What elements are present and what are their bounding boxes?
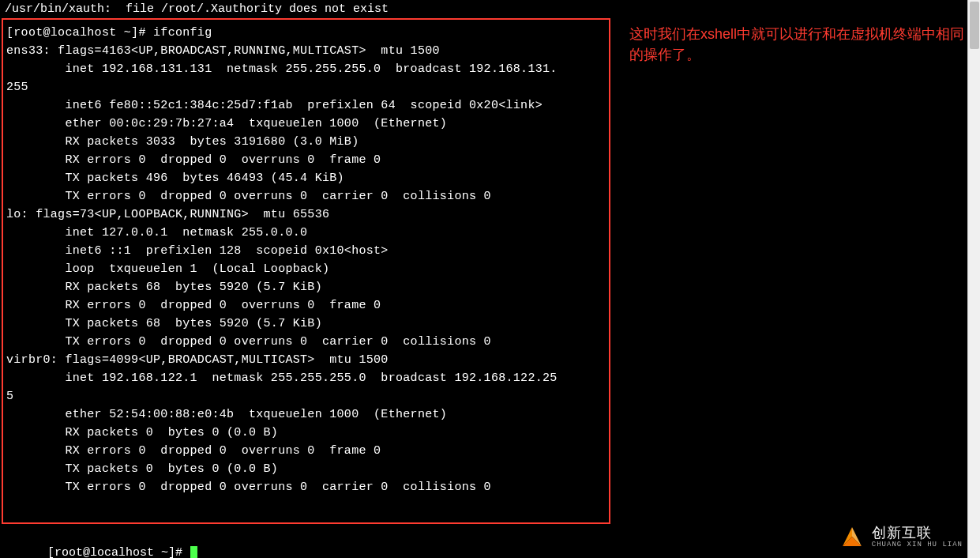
terminal-line: TX packets 496 bytes 46493 (45.4 KiB): [6, 169, 606, 187]
watermark-text: 创新互联 CHUANG XIN HU LIAN: [872, 526, 963, 549]
terminal-line: loop txqueuelen 1 (Local Loopback): [6, 260, 606, 278]
terminal-line: 5: [6, 387, 606, 405]
terminal-line: [root@localhost ~]# ifconfig: [6, 24, 606, 42]
watermark-main: 创新互联: [872, 526, 963, 540]
terminal-line: RX packets 3033 bytes 3191680 (3.0 MiB): [6, 133, 606, 151]
terminal-line: lo: flags=73<UP,LOOPBACK,RUNNING> mtu 65…: [6, 205, 606, 224]
terminal-line: inet 127.0.0.1 netmask 255.0.0.0: [6, 224, 606, 242]
watermark: 创新互联 CHUANG XIN HU LIAN: [839, 523, 963, 550]
terminal-line: TX errors 0 dropped 0 overruns 0 carrier…: [6, 478, 606, 496]
terminal-prompt[interactable]: [root@localhost ~]#: [0, 524, 612, 558]
terminal-line: RX packets 0 bytes 0 (0.0 B): [6, 424, 606, 442]
annotation-column: 这时我们在xshell中就可以进行和在虚拟机终端中相同的操作了。: [612, 0, 980, 558]
terminal-output-box[interactable]: [root@localhost ~]# ifconfig ens33: flag…: [2, 18, 610, 524]
terminal-line: inet6 ::1 prefixlen 128 scopeid 0x10<hos…: [6, 242, 606, 260]
watermark-sub: CHUANG XIN HU LIAN: [872, 541, 963, 549]
terminal-column: /usr/bin/xauth: file /root/.Xauthority d…: [0, 0, 612, 558]
terminal-line: TX errors 0 dropped 0 overruns 0 carrier…: [6, 187, 606, 205]
vertical-scrollbar[interactable]: [967, 0, 980, 558]
scrollbar-thumb[interactable]: [970, 2, 979, 49]
cursor-icon: [190, 546, 197, 558]
terminal-line: RX errors 0 dropped 0 overruns 0 frame 0: [6, 442, 606, 460]
terminal-line: TX packets 0 bytes 0 (0.0 B): [6, 460, 606, 478]
terminal-line: ether 00:0c:29:7b:27:a4 txqueuelen 1000 …: [6, 115, 606, 133]
terminal-line: TX errors 0 dropped 0 overruns 0 carrier…: [6, 333, 606, 351]
terminal-line: inet6 fe80::52c1:384c:25d7:f1ab prefixle…: [6, 96, 606, 115]
terminal-line: RX packets 68 bytes 5920 (5.7 KiB): [6, 278, 606, 296]
terminal-line: RX errors 0 dropped 0 overruns 0 frame 0: [6, 296, 606, 315]
prompt-text: [root@localhost ~]#: [47, 546, 190, 558]
terminal-line: ether 52:54:00:88:e0:4b txqueuelen 1000 …: [6, 405, 606, 424]
page-root: /usr/bin/xauth: file /root/.Xauthority d…: [0, 0, 980, 558]
terminal-line: virbr0: flags=4099<UP,BROADCAST,MULTICAS…: [6, 351, 606, 369]
terminal-line: inet 192.168.131.131 netmask 255.255.255…: [6, 60, 606, 78]
terminal-line: ens33: flags=4163<UP,BROADCAST,RUNNING,M…: [6, 42, 606, 60]
terminal-line: inet 192.168.122.1 netmask 255.255.255.0…: [6, 369, 606, 387]
terminal-line: 255: [6, 78, 606, 96]
logo-icon: [839, 523, 865, 550]
terminal-line: TX packets 68 bytes 5920 (5.7 KiB): [6, 315, 606, 333]
terminal-header-line: /usr/bin/xauth: file /root/.Xauthority d…: [0, 0, 612, 18]
annotation-text: 这时我们在xshell中就可以进行和在虚拟机终端中相同的操作了。: [629, 24, 972, 65]
terminal-line: RX errors 0 dropped 0 overruns 0 frame 0: [6, 151, 606, 169]
